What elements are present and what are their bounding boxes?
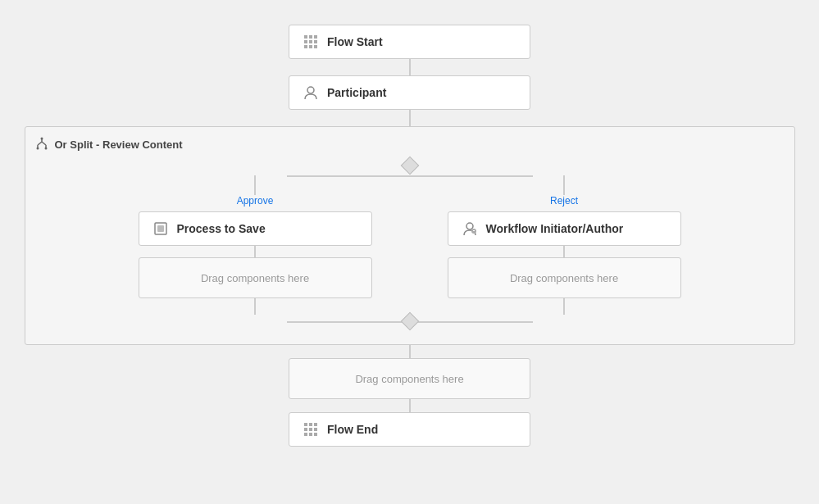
v-connector-reject-bottom <box>563 298 565 315</box>
branch-approve: Approve Process to Save <box>134 175 376 315</box>
or-split-icon <box>35 137 48 152</box>
svg-rect-19 <box>314 423 317 426</box>
process-icon <box>152 220 169 237</box>
split-diamond-top <box>400 157 419 175</box>
svg-rect-4 <box>309 40 312 43</box>
h-line-branches <box>287 175 533 177</box>
connector-participant-split <box>409 110 411 126</box>
svg-rect-23 <box>304 433 307 436</box>
svg-rect-18 <box>309 423 312 426</box>
svg-rect-8 <box>314 45 317 48</box>
svg-rect-6 <box>304 45 307 48</box>
v-connector-approve-bottom <box>254 298 256 315</box>
drag-zone-approve-label: Drag components here <box>201 272 309 284</box>
svg-rect-21 <box>309 428 312 431</box>
svg-point-11 <box>36 148 39 150</box>
svg-rect-3 <box>304 40 307 43</box>
connector-split-dragzone <box>409 345 411 358</box>
drag-zone-join-label: Drag components here <box>355 373 463 385</box>
svg-rect-2 <box>314 35 317 39</box>
v-connector-approve-top <box>254 175 256 195</box>
workflow-canvas: Flow Start Participant Or S <box>8 8 812 496</box>
or-split-header: Or Split - Review Content <box>35 137 785 152</box>
svg-rect-1 <box>309 35 312 39</box>
svg-point-10 <box>40 138 43 140</box>
drag-zone-reject-label: Drag components here <box>510 272 618 284</box>
v-connector-reject-top <box>563 175 565 195</box>
reject-label: Reject <box>550 195 578 207</box>
participant-icon <box>303 84 319 101</box>
v-connector-workflow-drag <box>563 246 565 257</box>
svg-rect-20 <box>304 428 307 431</box>
split-diamond-bottom <box>400 312 419 331</box>
connector-start-participant <box>409 59 411 75</box>
svg-point-15 <box>466 223 473 229</box>
approve-label: Approve <box>237 195 274 207</box>
workflow-initiator-label: Workflow Initiator/Author <box>486 222 624 235</box>
flow-end-label: Flow End <box>327 423 378 436</box>
svg-point-9 <box>307 87 314 93</box>
svg-rect-7 <box>309 45 312 48</box>
drag-zone-join[interactable]: Drag components here <box>289 358 530 399</box>
drag-zone-approve[interactable]: Drag components here <box>139 257 372 298</box>
flow-start-label: Flow Start <box>327 35 383 48</box>
svg-rect-22 <box>314 428 317 431</box>
branch-reject: Reject Workflow Initiator/Author <box>444 175 685 315</box>
flow-start-node[interactable]: Flow Start <box>289 25 530 59</box>
or-split-body: Approve Process to Save <box>35 152 785 334</box>
process-to-save-label: Process to Save <box>177 222 266 235</box>
participant-label: Participant <box>327 86 386 99</box>
process-to-save-node[interactable]: Process to Save <box>139 211 372 246</box>
participant-node[interactable]: Participant <box>289 75 530 110</box>
flow-end-icon <box>303 421 319 438</box>
svg-rect-25 <box>314 433 317 436</box>
drag-zone-reject[interactable]: Drag components here <box>448 257 681 298</box>
svg-point-16 <box>471 229 476 234</box>
or-split-title: Or Split - Review Content <box>55 138 183 151</box>
svg-point-12 <box>44 148 47 150</box>
or-split-container: Or Split - Review Content Approve <box>25 126 795 345</box>
svg-rect-24 <box>309 433 312 436</box>
connector-dragzone-end <box>409 399 411 412</box>
workflow-initiator-node[interactable]: Workflow Initiator/Author <box>448 211 681 246</box>
svg-rect-17 <box>304 423 307 426</box>
svg-rect-14 <box>157 225 164 232</box>
v-connector-process-drag <box>254 246 256 257</box>
svg-rect-5 <box>314 40 317 43</box>
flow-start-icon <box>303 34 319 50</box>
flow-end-node[interactable]: Flow End <box>289 412 530 447</box>
workflow-icon <box>462 220 478 237</box>
svg-rect-0 <box>304 35 307 39</box>
